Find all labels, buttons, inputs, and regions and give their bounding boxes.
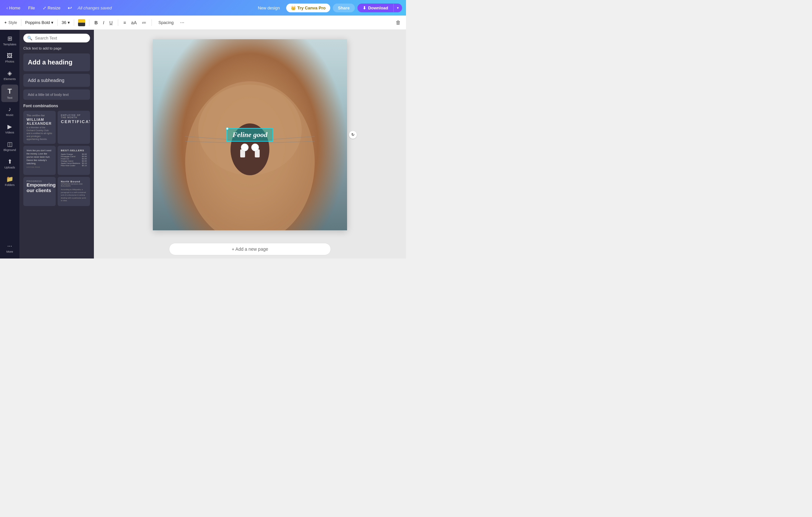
sidebar-item-folders[interactable]: 📁 Folders xyxy=(1,173,18,189)
crown-icon: 👑 xyxy=(291,5,296,10)
case-button[interactable]: aA xyxy=(130,19,138,27)
photos-icon: 🖼 xyxy=(7,53,12,59)
delete-button[interactable]: 🗑 xyxy=(394,19,402,27)
underline-button[interactable]: U xyxy=(108,19,114,27)
sidebar-item-music[interactable]: ♪ Music xyxy=(1,103,18,119)
font-selector[interactable]: Poppins Bold ▾ xyxy=(25,20,54,25)
share-button[interactable]: Share xyxy=(333,4,355,12)
folders-icon: 📁 xyxy=(6,175,13,183)
elements-icon: ◈ xyxy=(7,70,12,77)
add-heading-button[interactable]: Add a heading xyxy=(23,53,90,71)
add-body-button[interactable]: Add a little bit of body text xyxy=(23,89,90,100)
font-card-2[interactable]: EMPLOYEE OF THE MONTH CERTIFICATE xyxy=(58,111,90,144)
toolbar-separator-5 xyxy=(118,20,118,26)
sidebar-item-photos[interactable]: 🖼 Photos xyxy=(1,50,18,66)
add-page-button[interactable]: + Add a new page xyxy=(169,243,331,255)
sidebar-item-templates[interactable]: ⊞ Templates xyxy=(1,32,18,49)
font-card-3[interactable]: Work like you don't need the money. Love… xyxy=(23,146,56,175)
text-controls: ↻ ✛ xyxy=(241,143,259,151)
more-icon: ··· xyxy=(7,243,12,249)
canvas-wrapper: ⧉ ⊕ + xyxy=(153,39,347,230)
font-size-selector[interactable]: 36 ▾ xyxy=(61,20,69,25)
more-options-button[interactable]: ··· xyxy=(179,19,185,27)
try-pro-button[interactable]: 👑 Try Canva Pro xyxy=(286,4,330,12)
text-handle xyxy=(226,127,229,130)
search-bar[interactable]: 🔍 xyxy=(23,34,90,43)
search-input[interactable] xyxy=(35,36,86,40)
uploads-icon: ⬆ xyxy=(7,158,12,165)
bold-button[interactable]: B xyxy=(93,19,99,27)
chevron-left-icon: ‹ xyxy=(6,5,8,10)
text-panel: 🔍 Click text to add to page Add a headin… xyxy=(20,30,94,258)
toolbar-separator-3 xyxy=(74,20,74,26)
size-chevron-icon: ▾ xyxy=(68,20,70,25)
toolbar-separator-4 xyxy=(89,20,89,26)
save-status: All changes saved xyxy=(78,5,112,10)
font-chevron-icon: ▾ xyxy=(51,20,53,25)
move-control[interactable]: ✛ xyxy=(251,143,259,151)
canvas-area: ⧉ ⊕ + xyxy=(94,30,406,258)
resize-icon: ⤢ xyxy=(43,5,46,10)
sidebar-icons: ⊞ Templates 🖼 Photos ◈ Elements T Text ♪… xyxy=(0,30,20,258)
canvas-text-element[interactable]: Feline good ↻ ✛ xyxy=(227,128,273,141)
sidebar-item-videos[interactable]: ▶ Videos xyxy=(1,120,18,137)
sidebar-item-uploads[interactable]: ⬆ Uploads xyxy=(1,156,18,172)
templates-icon: ⊞ xyxy=(7,35,12,42)
canvas-rotate-handle[interactable]: ↻ xyxy=(349,131,357,139)
add-subheading-button[interactable]: Add a subheading xyxy=(23,74,90,87)
click-to-add-label: Click text to add to page xyxy=(23,46,90,50)
style-dropdown[interactable]: ✦ Style xyxy=(4,20,17,25)
download-chevron-button[interactable]: ▾ xyxy=(394,4,402,12)
text-color-swatch[interactable] xyxy=(78,19,85,26)
header: ‹ Home File ⤢ Resize ↩ All changes saved… xyxy=(0,0,406,16)
videos-icon: ▶ xyxy=(7,123,12,130)
spacing-button[interactable]: Spacing xyxy=(156,19,176,26)
font-combos-label: Font combinations xyxy=(23,104,90,108)
sidebar-item-background[interactable]: ◫ Bkground xyxy=(1,138,18,154)
toolbar-separator-6 xyxy=(151,20,152,26)
background-icon: ◫ xyxy=(7,141,12,148)
style-icon: ✦ xyxy=(4,20,7,25)
download-group: ⬇ Download ▾ xyxy=(357,4,402,12)
main-layout: ⊞ Templates 🖼 Photos ◈ Elements T Text ♪… xyxy=(0,30,406,258)
canvas-container: ⧉ ⊕ + xyxy=(94,30,406,240)
sidebar-item-elements[interactable]: ◈ Elements xyxy=(1,67,18,83)
align-button[interactable]: ≡ xyxy=(122,19,127,27)
file-button[interactable]: File xyxy=(26,4,37,12)
sidebar-item-more[interactable]: ··· More xyxy=(1,240,18,256)
font-card-5[interactable]: PROGRESS Empowering our clients xyxy=(23,177,56,206)
sidebar-item-text[interactable]: T Text xyxy=(1,85,18,102)
text-icon: T xyxy=(7,87,12,96)
rotate-control[interactable]: ↻ xyxy=(241,143,249,151)
new-design-button[interactable]: New design xyxy=(254,4,284,12)
home-button[interactable]: ‹ Home xyxy=(4,4,23,12)
download-button[interactable]: ⬇ Download xyxy=(357,4,394,12)
font-combinations-grid: This certifies that WILLIAM ALEXANDER is… xyxy=(23,111,90,206)
music-icon: ♪ xyxy=(8,106,11,113)
italic-button[interactable]: I xyxy=(102,19,106,27)
download-icon: ⬇ xyxy=(362,5,366,10)
toolbar-separator-1 xyxy=(21,20,21,26)
toolbar-separator-2 xyxy=(57,20,58,26)
design-canvas[interactable]: Feline good ↻ ✛ xyxy=(153,39,347,230)
list-button[interactable]: ≔ xyxy=(141,19,148,27)
resize-button[interactable]: ⤢ Resize xyxy=(40,4,63,12)
toolbar: ✦ Style Poppins Bold ▾ 36 ▾ B I U ≡ aA ≔… xyxy=(0,16,406,30)
undo-button[interactable]: ↩ xyxy=(66,4,74,12)
font-card-6[interactable]: North Bound INTERIOR DESIGN AND BUILDERS… xyxy=(58,177,90,206)
font-card-1[interactable]: This certifies that WILLIAM ALEXANDER is… xyxy=(23,111,56,144)
search-icon: 🔍 xyxy=(27,36,32,40)
font-card-4[interactable]: BEST-SELLERS Apple Orange$3.90 Pineapple… xyxy=(58,146,90,175)
